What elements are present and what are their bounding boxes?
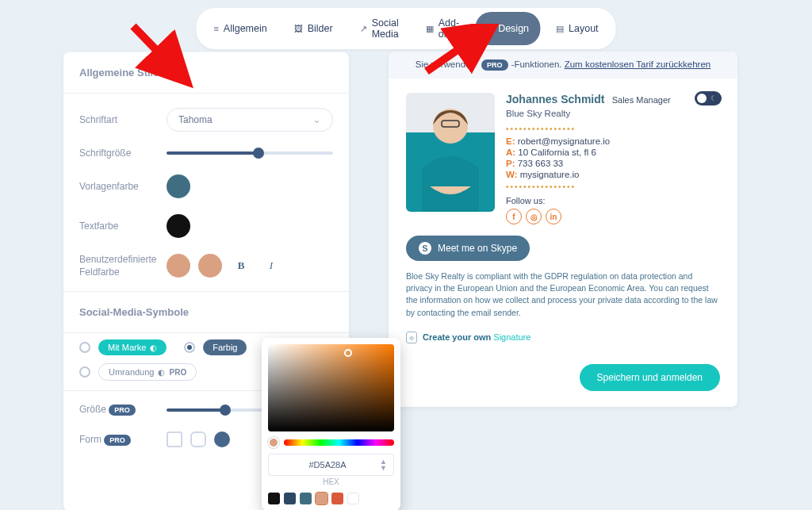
- tab-bilder[interactable]: 🖼Bilder: [283, 12, 344, 45]
- radio-brand[interactable]: [79, 342, 90, 353]
- current-color-icon: [268, 437, 279, 448]
- preset-swatches: [268, 493, 394, 504]
- share-icon: ↗: [360, 24, 367, 34]
- text-color-swatch[interactable]: [167, 214, 190, 238]
- preset-swatch[interactable]: [331, 493, 343, 504]
- dark-mode-toggle[interactable]: ☾: [695, 91, 722, 105]
- hex-label: HEX: [268, 477, 394, 486]
- image-icon: 🖼: [294, 24, 303, 33]
- chip-outline[interactable]: Umrandung ◐ PRO: [98, 363, 197, 381]
- preset-swatch[interactable]: [268, 493, 280, 504]
- sig-address: A: 10 California st, fl 6: [506, 148, 671, 157]
- custom-color-swatch-1[interactable]: [167, 254, 190, 278]
- svg-line-1: [133, 26, 182, 77]
- list-icon: ≡: [213, 24, 218, 33]
- color-saturation-canvas[interactable]: [268, 344, 394, 431]
- top-nav: ≡Allgemein 🖼Bilder ↗Social Media ▦Add-on…: [196, 8, 615, 49]
- avatar: [406, 93, 495, 212]
- custom-color-label: Benutzerdefinierte Feldfarbe: [79, 254, 167, 278]
- template-color-swatch[interactable]: [167, 174, 190, 198]
- linkedin-icon[interactable]: in: [546, 209, 561, 224]
- preset-swatch[interactable]: [316, 493, 327, 504]
- instagram-icon[interactable]: ◎: [526, 209, 542, 224]
- sig-company: Blue Sky Realty: [506, 109, 671, 118]
- moon-icon: ☾: [710, 94, 717, 102]
- preset-swatch[interactable]: [284, 493, 296, 504]
- annotation-arrow-left: [127, 20, 198, 91]
- shape-option-square[interactable]: [167, 431, 182, 447]
- sig-phone: P: 733 663 33: [506, 159, 671, 168]
- facebook-icon[interactable]: f: [506, 209, 522, 224]
- sig-website: W: mysignature.io: [506, 170, 671, 179]
- color-picker-popover: #D5A28A ▲▼ HEX: [262, 338, 400, 510]
- chip-color[interactable]: Farbig: [203, 339, 247, 355]
- divider-dots: ••••••••••••••••: [506, 182, 671, 191]
- custom-color-swatch-2[interactable]: [198, 254, 222, 278]
- font-label: Schriftart: [79, 114, 167, 125]
- save-button[interactable]: Speichern und anmelden: [580, 364, 720, 391]
- preset-swatch[interactable]: [300, 493, 312, 504]
- template-color-label: Vorlagenfarbe: [79, 181, 167, 192]
- font-select[interactable]: Tahoma: [167, 108, 333, 132]
- hex-stepper-icon[interactable]: ▲▼: [380, 458, 387, 471]
- shape-option-circle[interactable]: [214, 431, 230, 447]
- color-picker-indicator[interactable]: [344, 349, 352, 357]
- create-own-link[interactable]: ⟐ Create your own Signature: [406, 332, 720, 343]
- icon-size-label: Größe PRO: [79, 404, 167, 416]
- preset-swatch[interactable]: [347, 493, 359, 504]
- radio-outline[interactable]: [79, 366, 90, 378]
- design-panel: Allgemeine Stile Schriftart Tahoma Schri…: [63, 52, 349, 510]
- icon-shape-label: Form PRO: [79, 434, 167, 446]
- svg-line-3: [427, 29, 488, 71]
- shape-option-rounded[interactable]: [190, 431, 206, 447]
- text-color-label: Textfarbe: [79, 220, 167, 232]
- bold-button[interactable]: B: [230, 255, 252, 277]
- radio-color[interactable]: [184, 342, 195, 353]
- italic-button[interactable]: I: [260, 255, 282, 277]
- sig-name: Johannes Schmidt: [506, 93, 604, 105]
- tab-layout[interactable]: ▤Layout: [545, 12, 610, 45]
- tab-social-media[interactable]: ↗Social Media: [349, 12, 410, 45]
- hue-slider[interactable]: [284, 439, 394, 446]
- gdpr-disclaimer: Bloe Sky Realty is compliant with the GD…: [406, 270, 720, 319]
- tab-allgemein[interactable]: ≡Allgemein: [202, 12, 278, 45]
- chip-brand[interactable]: Mit Marke◐: [98, 339, 167, 355]
- logo-icon: ⟐: [406, 332, 417, 343]
- hex-input[interactable]: #D5A28A ▲▼: [268, 454, 394, 476]
- skype-icon: S: [419, 242, 431, 255]
- follow-label: Follow us:: [506, 196, 671, 205]
- section-general-styles: Allgemeine Stile: [63, 52, 349, 93]
- annotation-arrow-right: [420, 24, 500, 79]
- font-size-label: Schriftgröße: [79, 148, 167, 159]
- font-size-slider[interactable]: [167, 151, 333, 155]
- layout-icon: ▤: [556, 24, 564, 34]
- sig-email: E: robert@mysignature.io: [506, 136, 671, 146]
- signature-preview: Johannes Schmidt Sales Manager Blue Sky …: [406, 93, 720, 224]
- svg-point-6: [433, 109, 468, 144]
- downgrade-link[interactable]: Zum kostenlosen Tarif zurückkehren: [565, 59, 711, 69]
- divider-dots: ••••••••••••••••: [506, 125, 671, 133]
- skype-button[interactable]: S Meet me on Skype: [406, 236, 530, 261]
- sig-title: Sales Manager: [612, 95, 671, 105]
- preview-panel: Sie verwenden PRO-Funktionen. Zum kosten…: [389, 52, 737, 407]
- section-social-icons: Social-Media-Symbole: [63, 292, 349, 332]
